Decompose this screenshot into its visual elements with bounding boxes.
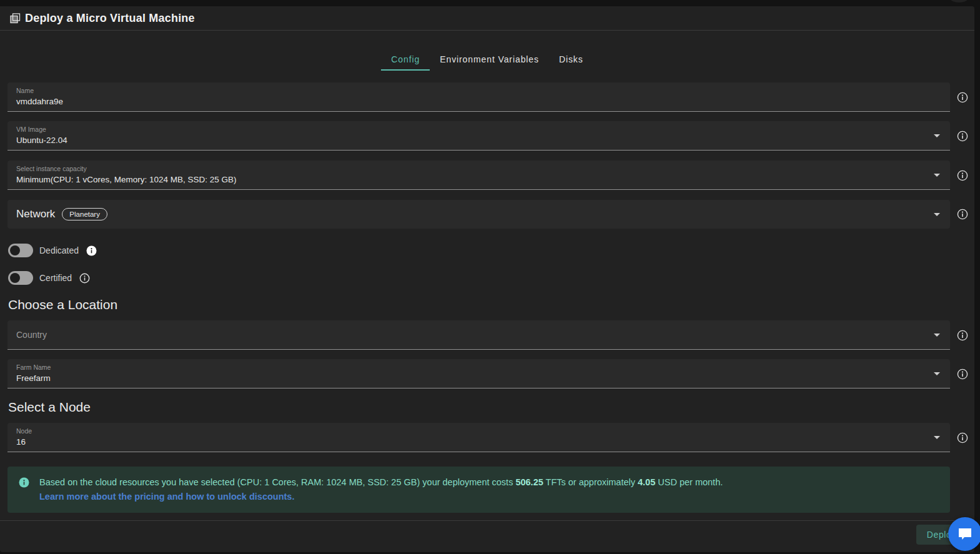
name-field-row: Name vmddahra9e <box>7 82 974 112</box>
vm-icon <box>10 13 21 24</box>
info-icon <box>19 477 29 504</box>
farm-info-icon[interactable] <box>957 369 968 380</box>
network-panel[interactable]: Network Planetary <box>7 200 950 229</box>
name-input[interactable]: Name vmddahra9e <box>7 82 950 112</box>
vm-image-value: Ubuntu-22.04 <box>16 136 925 145</box>
chevron-down-icon[interactable] <box>934 213 940 216</box>
certified-toggle-row: Certified <box>8 271 974 285</box>
page-title: Deploy a Micro Virtual Machine <box>25 12 195 25</box>
capacity-value: Minimum(CPU: 1 vCores, Memory: 1024 MB, … <box>16 175 925 184</box>
farm-name-select[interactable]: Farm Name Freefarm <box>7 359 950 388</box>
capacity-info-icon[interactable] <box>957 170 968 181</box>
node-select[interactable]: Node 16 <box>7 423 950 452</box>
dedicated-info-icon[interactable] <box>86 245 97 256</box>
dedicated-toggle-row: Dedicated <box>8 244 974 257</box>
vm-image-select[interactable]: VM Image Ubuntu-22.04 <box>7 121 950 151</box>
tft-amount: 506.25 <box>515 477 543 487</box>
network-row: Network Planetary <box>7 200 974 229</box>
certified-info-icon[interactable] <box>79 273 90 284</box>
country-info-icon[interactable] <box>957 330 968 341</box>
node-heading: Select a Node <box>8 400 974 415</box>
farm-field-row: Farm Name Freefarm <box>7 359 974 388</box>
chat-widget-button[interactable] <box>948 517 980 551</box>
network-info-icon[interactable] <box>957 209 968 220</box>
chat-bubble-icon <box>956 523 974 545</box>
toggle-thumb <box>10 245 20 255</box>
vm-image-label: VM Image <box>16 126 925 133</box>
header-divider <box>0 30 974 31</box>
chevron-down-icon[interactable] <box>934 334 940 337</box>
tab-disks[interactable]: Disks <box>549 49 593 71</box>
tab-bar: Config Environment Variables Disks <box>0 49 974 71</box>
dedicated-toggle[interactable] <box>8 244 33 257</box>
country-select[interactable]: Country <box>7 320 950 350</box>
certified-label: Certified <box>39 273 72 283</box>
dedicated-label: Dedicated <box>39 245 79 255</box>
cost-alert-text: Based on the cloud resources you have se… <box>39 475 723 504</box>
chevron-down-icon[interactable] <box>934 372 940 375</box>
deploy-vm-card: Deploy a Micro Virtual Machine Config En… <box>0 6 974 552</box>
node-value: 16 <box>16 437 925 447</box>
chevron-down-icon[interactable] <box>934 436 940 439</box>
country-field-row: Country <box>7 320 974 350</box>
usd-amount: 4.05 <box>638 477 655 487</box>
vm-image-field-row: VM Image Ubuntu-22.04 <box>7 121 974 151</box>
network-title: Network <box>16 208 55 220</box>
country-label: Country <box>16 330 47 340</box>
name-info-icon[interactable] <box>957 92 968 103</box>
instance-capacity-select[interactable]: Select instance capacity Minimum(CPU: 1 … <box>7 161 950 190</box>
chevron-down-icon[interactable] <box>934 174 940 177</box>
node-info-icon[interactable] <box>957 432 968 443</box>
toggle-thumb <box>10 273 20 283</box>
name-value: vmddahra9e <box>16 97 925 106</box>
capacity-label: Select instance capacity <box>16 165 925 172</box>
location-heading: Choose a Location <box>8 297 974 312</box>
footer-bar: Deploy <box>0 521 974 548</box>
node-field-row: Node 16 <box>7 423 974 452</box>
card-header: Deploy a Micro Virtual Machine <box>0 6 974 30</box>
tab-environment-variables[interactable]: Environment Variables <box>430 49 549 71</box>
vm-image-info-icon[interactable] <box>957 131 968 142</box>
pricing-link[interactable]: Learn more about the pricing and how to … <box>39 490 723 504</box>
cost-alert: Based on the cloud resources you have se… <box>7 467 950 513</box>
capacity-field-row: Select instance capacity Minimum(CPU: 1 … <box>7 161 974 190</box>
chevron-down-icon[interactable] <box>934 134 940 137</box>
name-label: Name <box>16 87 925 94</box>
certified-toggle[interactable] <box>8 271 33 285</box>
farm-name-label: Farm Name <box>16 364 925 371</box>
tab-config[interactable]: Config <box>381 49 430 71</box>
avatar-peek <box>950 0 968 2</box>
farm-name-value: Freefarm <box>16 373 925 383</box>
page-background: Deploy a Micro Virtual Machine Config En… <box>0 0 980 554</box>
node-label: Node <box>16 427 925 435</box>
planetary-chip[interactable]: Planetary <box>62 208 107 220</box>
